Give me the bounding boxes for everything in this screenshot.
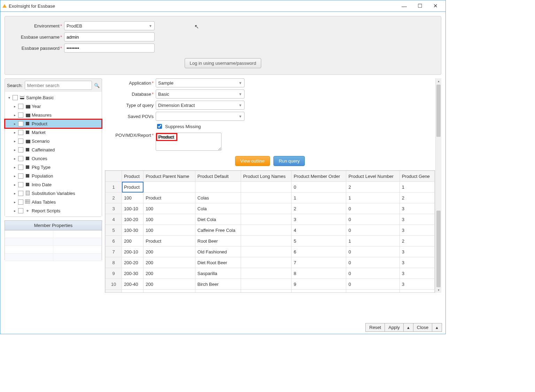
cell[interactable]: 100 — [144, 203, 195, 214]
expand-icon[interactable]: ▸ — [13, 191, 17, 195]
minimize-button[interactable]: — — [396, 0, 412, 11]
cell[interactable]: 1 — [346, 193, 400, 203]
tree-item-population[interactable]: ▸Population — [5, 172, 102, 180]
expand-icon[interactable]: ▸ — [13, 122, 17, 126]
environment-select[interactable]: ProdEB▼ — [64, 21, 155, 30]
table-row[interactable]: 8200-20200Diet Root Beer703 — [106, 257, 435, 268]
cell[interactable]: Caffeine Free Cola — [195, 225, 241, 236]
cell[interactable]: 200 — [122, 236, 144, 246]
cell[interactable]: 9 — [292, 279, 346, 290]
query-type-select[interactable]: Dimension Extract▼ — [156, 101, 245, 110]
cell[interactable]: 8 — [292, 268, 346, 279]
cell[interactable]: Birch Beer — [195, 279, 241, 290]
cell[interactable]: 10 — [292, 290, 346, 293]
cell[interactable]: 1 — [346, 290, 400, 293]
cell[interactable]: 200-10 — [122, 246, 144, 257]
table-row[interactable]: 1Product021 — [106, 182, 435, 193]
column-header[interactable]: Product Default — [195, 171, 241, 182]
cell[interactable]: Root Beer — [195, 236, 241, 246]
tree-item-intro-date[interactable]: ▸Intro Date — [5, 180, 102, 189]
close-button[interactable]: Close — [413, 323, 432, 332]
search-icon[interactable]: 🔍 — [94, 83, 100, 88]
table-row[interactable]: 11300ProductCream Soda1012 — [106, 290, 435, 293]
cell[interactable]: 0 — [346, 214, 400, 225]
cell[interactable]: 200-20 — [122, 257, 144, 268]
cell[interactable] — [241, 193, 291, 203]
cell[interactable] — [241, 246, 291, 257]
cell[interactable]: 2 — [400, 193, 434, 203]
cell[interactable] — [195, 182, 241, 193]
expand-icon[interactable]: ▸ — [13, 200, 17, 204]
view-outline-button[interactable]: View outline — [235, 156, 270, 166]
tree-item-scenario[interactable]: ▸▮▮▮Scenario — [5, 137, 102, 146]
cell[interactable] — [241, 236, 291, 246]
cell[interactable]: 0 — [292, 182, 346, 193]
cell[interactable]: Product — [144, 193, 195, 203]
cell[interactable]: 3 — [400, 279, 434, 290]
cell[interactable]: Colas — [195, 193, 241, 203]
cell[interactable] — [241, 268, 291, 279]
cell[interactable]: 100 — [144, 225, 195, 236]
expand-icon[interactable]: ▸ — [13, 174, 17, 178]
cell[interactable]: 1 — [346, 236, 400, 246]
close-button[interactable]: ✕ — [428, 0, 443, 11]
column-header[interactable]: Product Gene — [400, 171, 434, 182]
cell[interactable]: 200 — [144, 268, 195, 279]
cell[interactable]: 2 — [400, 290, 434, 293]
tree-item-year[interactable]: ▸▮▮▮Year — [5, 102, 102, 111]
cell[interactable]: 200 — [144, 279, 195, 290]
maximize-button[interactable]: ☐ — [412, 0, 428, 11]
tree-checkbox[interactable] — [18, 208, 23, 213]
cell[interactable]: 0 — [346, 246, 400, 257]
cell[interactable]: Diet Cola — [195, 214, 241, 225]
tree-item-report-scripts[interactable]: ▸✦Report Scripts — [5, 206, 102, 215]
cell[interactable]: 200-30 — [122, 268, 144, 279]
column-header[interactable]: Product Level Number — [346, 171, 400, 182]
cell[interactable] — [241, 257, 291, 268]
column-header[interactable]: Product Parent Name — [144, 171, 195, 182]
login-button[interactable]: Log in using username/password — [185, 58, 262, 68]
cell[interactable]: 300 — [122, 290, 144, 293]
cell[interactable]: 200 — [144, 257, 195, 268]
cell[interactable] — [241, 279, 291, 290]
tree-checkbox[interactable] — [18, 165, 23, 170]
cell[interactable]: 0 — [346, 203, 400, 214]
cell[interactable]: 3 — [400, 203, 434, 214]
expand-icon[interactable]: ▸ — [13, 139, 17, 143]
tree-checkbox[interactable] — [18, 173, 23, 179]
cell[interactable]: 3 — [400, 257, 434, 268]
tree-checkbox[interactable] — [18, 130, 23, 135]
cell[interactable]: Cream Soda — [195, 290, 241, 293]
cell[interactable]: Sasparilla — [195, 268, 241, 279]
tree-checkbox[interactable] — [18, 104, 23, 109]
reset-button[interactable]: Reset — [365, 323, 385, 332]
tree-item-substitution-variables[interactable]: ▸Substitution Variables — [5, 189, 102, 198]
cell[interactable]: 4 — [292, 225, 346, 236]
password-input[interactable] — [64, 44, 155, 53]
cell[interactable]: 2 — [400, 236, 434, 246]
tree-checkbox[interactable] — [13, 95, 18, 100]
column-header[interactable]: Product Member Order — [292, 171, 346, 182]
expand-icon[interactable]: ▸ — [13, 157, 17, 160]
expand-icon[interactable]: ▸ — [13, 131, 17, 134]
table-row[interactable]: 3100-10100Cola203 — [106, 203, 435, 214]
tree-checkbox[interactable] — [18, 199, 23, 205]
cell[interactable] — [241, 214, 291, 225]
cell[interactable]: 3 — [400, 246, 434, 257]
cell[interactable]: Cola — [195, 203, 241, 214]
cell[interactable]: 5 — [292, 236, 346, 246]
run-query-button[interactable]: Run query — [273, 156, 305, 166]
cell[interactable]: 0 — [346, 268, 400, 279]
tree-item-alias-tables[interactable]: ▸Alias Tables — [5, 198, 102, 206]
cell[interactable]: 0 — [346, 225, 400, 236]
saved-povs-select[interactable]: ▼ — [156, 112, 245, 121]
tree-item-market[interactable]: ▸Market — [5, 128, 102, 137]
tree-item-pkg-type[interactable]: ▸Pkg Type — [5, 163, 102, 172]
suppress-missing-checkbox[interactable] — [157, 124, 162, 129]
results-grid[interactable]: ProductProduct Parent NameProduct Defaul… — [105, 170, 435, 293]
cell[interactable]: 7 — [292, 257, 346, 268]
tree-checkbox[interactable] — [18, 147, 23, 152]
column-header[interactable]: Product — [122, 171, 144, 182]
tree-checkbox[interactable] — [18, 191, 23, 196]
scroll-down-icon[interactable]: ▾ — [436, 287, 441, 293]
